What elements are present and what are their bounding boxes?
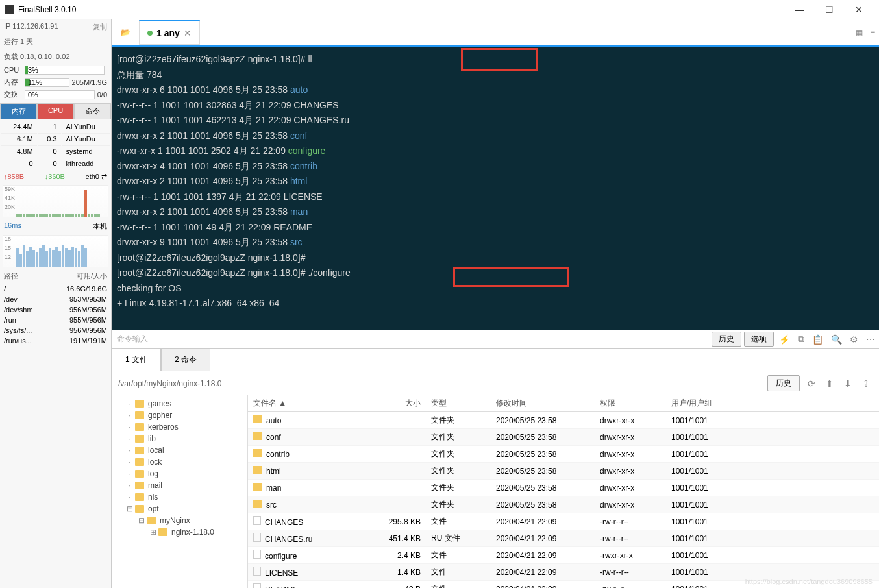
terminal-line: drwxr-xr-x 2 1001 1001 4096 5月 25 23:58 … [117, 204, 874, 220]
folder-icon [135, 505, 144, 513]
search-icon[interactable]: 🔍 [827, 334, 846, 345]
disk-row[interactable]: /dev/shm956M/956M [0, 304, 111, 315]
disk-row[interactable]: /16.6G/19.6G [0, 284, 111, 294]
command-input[interactable]: 命令输入 [112, 334, 710, 345]
file-row[interactable]: src文件夹2020/05/25 23:58drwxr-xr-x1001/100… [248, 496, 879, 513]
folder-icon [253, 466, 262, 474]
file-columns[interactable]: 文件名 ▲大小类型修改时间权限用户/用户组 [248, 395, 879, 412]
uptime: 运行 1 天 [4, 37, 33, 47]
folder-icon [253, 432, 262, 440]
file-row[interactable]: man文件夹2020/05/25 23:58drwxr-xr-x1001/100… [248, 480, 879, 496]
disk-row[interactable]: /sys/fs/...956M/956M [0, 325, 111, 336]
file-icon [253, 550, 261, 559]
menu-icon[interactable]: ≡ [867, 28, 879, 37]
net-iface[interactable]: eth0 ⇄ [86, 173, 107, 181]
net-up: ↑858B [4, 173, 24, 181]
mem-meter: 内存11%205M/1.9G [0, 76, 111, 88]
tab-mem[interactable]: 内存 [0, 103, 37, 119]
folder-icon [147, 517, 156, 524]
copy-link[interactable]: 复制 [93, 22, 107, 32]
session-tab[interactable]: 1 any✕ [139, 20, 200, 45]
tree-node[interactable]: ⊞nginx-1.18.0 [114, 526, 245, 538]
terminal-line: + Linux 4.19.81-17.1.al7.x86_64 x86_64 [117, 296, 874, 312]
folder-icon [135, 423, 144, 431]
more-icon[interactable]: ⋯ [862, 334, 879, 345]
copy-icon[interactable]: ⧉ [794, 334, 808, 345]
file-row[interactable]: CHANGES.ru451.4 KBRU 文件2020/04/21 22:09-… [248, 530, 879, 547]
path-display[interactable]: /var/opt/myNginx/nginx-1.18.0 [118, 379, 762, 388]
tree-node[interactable]: ·games [114, 398, 245, 410]
folder-icon [253, 500, 262, 508]
cpu-meter: CPU3% [0, 64, 111, 76]
bolt-icon[interactable]: ⚡ [775, 334, 794, 345]
proc-row[interactable]: 6.1M0.3AliYunDu [1, 133, 110, 144]
session-tab-bar: 📂 1 any✕ ▦ ≡ [112, 19, 879, 47]
proc-tabs: 内存CPU命令 [0, 103, 111, 119]
highlight-box [461, 48, 538, 71]
file-row[interactable]: auto文件夹2020/05/25 23:58drwxr-xr-x1001/10… [248, 412, 879, 429]
path-history-button[interactable]: 历史 [767, 375, 800, 391]
terminal[interactable]: [root@iZ2ze67ifeuz62igol9apzZ nginx-1.18… [112, 47, 879, 330]
disk-row[interactable]: /dev953M/953M [0, 294, 111, 304]
tab-cmd[interactable]: 命令 [74, 103, 111, 119]
tree-node[interactable]: ·lock [114, 456, 245, 468]
tree-node[interactable]: ·gopher [114, 410, 245, 421]
upload-icon[interactable]: ⬆ [823, 378, 836, 389]
options-button[interactable]: 选项 [744, 332, 774, 347]
terminal-line: [root@iZ2ze67ifeuz62igol9apzZ nginx-1.18… [117, 251, 874, 266]
download-icon[interactable]: ⬇ [841, 378, 854, 389]
file-row[interactable]: CHANGES295.8 KB文件2020/04/21 22:09-rw-r--… [248, 513, 879, 530]
file-icon [253, 533, 261, 542]
file-row[interactable]: contrib文件夹2020/05/25 23:58drwxr-xr-x1001… [248, 446, 879, 463]
terminal-line: drwxr-xr-x 9 1001 1001 4096 5月 25 23:58 … [117, 235, 874, 251]
minimize-button[interactable]: — [784, 0, 814, 19]
tree-node[interactable]: ⊟myNginx [114, 515, 245, 526]
disk-row[interactable]: /run955M/956M [0, 315, 111, 325]
tree-node[interactable]: ·log [114, 468, 245, 480]
proc-table: 24.4M1AliYunDu6.1M0.3AliYunDu4.8M0system… [0, 119, 111, 170]
file-manager: 1 文件 2 命令 /var/opt/myNginx/nginx-1.18.0 … [112, 348, 879, 588]
tree-node[interactable]: ·local [114, 445, 245, 456]
proc-row[interactable]: 4.8M0systemd [1, 145, 110, 156]
proc-row[interactable]: 00kthreadd [1, 158, 110, 169]
gear-icon[interactable]: ⚙ [846, 334, 862, 345]
close-tab-icon[interactable]: ✕ [184, 28, 192, 38]
clipboard-icon[interactable]: 📋 [808, 334, 827, 345]
history-button[interactable]: 历史 [712, 332, 741, 347]
disk-row[interactable]: /run/us...191M/191M [0, 336, 111, 346]
file-row[interactable]: configure2.4 KB文件2020/04/21 22:09-rwxr-x… [248, 547, 879, 564]
file-row[interactable]: html文件夹2020/05/25 23:58drwxr-xr-x1001/10… [248, 463, 879, 480]
proc-row[interactable]: 24.4M1AliYunDu [1, 121, 110, 132]
tree-node[interactable]: ·kerberos [114, 421, 245, 433]
tree-node[interactable]: ·mail [114, 480, 245, 491]
folder-icon [135, 470, 144, 478]
tab-files[interactable]: 1 文件 [112, 349, 161, 371]
title-bar: FinalShell 3.0.10 — ☐ ✕ [0, 0, 879, 19]
folder-open-icon[interactable]: 📂 [116, 23, 135, 42]
close-button[interactable]: ✕ [844, 0, 874, 19]
terminal-line: drwxr-xr-x 2 1001 1001 4096 5月 25 23:58 … [117, 174, 874, 190]
ping-host[interactable]: 本机 [93, 221, 107, 231]
folder-icon [253, 483, 262, 491]
folder-tree[interactable]: ·games·gopher·kerberos·lib·local·lock·lo… [112, 395, 248, 588]
terminal-line: drwxr-xr-x 4 1001 1001 4096 5月 25 23:58 … [117, 159, 874, 175]
highlight-box [453, 267, 569, 287]
refresh-icon[interactable]: ⟳ [805, 378, 818, 389]
tree-node[interactable]: ·lib [114, 433, 245, 445]
grid-view-icon[interactable]: ▦ [852, 28, 867, 37]
load: 负载 0.18, 0.10, 0.02 [4, 52, 70, 62]
maximize-button[interactable]: ☐ [814, 0, 844, 19]
tab-cmd[interactable]: 2 命令 [161, 349, 210, 371]
upload2-icon[interactable]: ⇪ [860, 378, 873, 389]
ip-label: IP 112.126.61.91 [4, 22, 58, 32]
file-row[interactable]: conf文件夹2020/05/25 23:58drwxr-xr-x1001/10… [248, 429, 879, 446]
file-icon [253, 516, 261, 525]
ping-ms: 16ms [4, 221, 21, 231]
tree-node[interactable]: ·nis [114, 491, 245, 503]
ping-chart: 181512 [3, 235, 108, 267]
terminal-line: -rw-r--r-- 1 1001 1001 49 4月 21 22:09 RE… [117, 220, 874, 236]
file-icon [253, 583, 261, 588]
folder-icon [135, 458, 144, 466]
tab-cpu[interactable]: CPU [37, 103, 74, 119]
tree-node[interactable]: ⊟opt [114, 503, 245, 515]
